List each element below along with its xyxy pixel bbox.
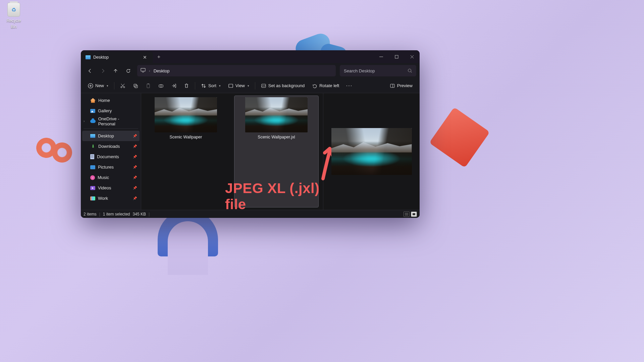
sort-icon <box>201 83 206 88</box>
sort-label: Sort <box>208 83 216 88</box>
svg-rect-1 <box>395 55 398 58</box>
sidebar-item-downloads[interactable]: ⬇Downloads📌 <box>82 141 140 152</box>
scissors-icon <box>120 83 125 88</box>
rotate-left-button[interactable]: Rotate left <box>309 80 342 91</box>
clipboard-icon <box>146 83 151 88</box>
file-item[interactable]: Scenic Wallpaper <box>144 96 228 207</box>
back-button[interactable] <box>84 65 96 76</box>
sidebar-item-onedrive[interactable]: ›OneDrive - Personal <box>82 116 140 126</box>
sidebar-item-music[interactable]: Music📌 <box>82 172 140 183</box>
preview-toggle[interactable]: Preview <box>387 80 416 91</box>
music-icon <box>90 175 95 180</box>
address-bar[interactable]: › Desktop <box>137 65 336 76</box>
tab-desktop[interactable]: Desktop ✕ <box>81 52 153 63</box>
share-icon <box>171 83 176 88</box>
more-button[interactable]: ··· <box>343 80 355 91</box>
sidebar-item-gallery[interactable]: Gallery <box>82 106 140 116</box>
sidebar-item-pictures[interactable]: Pictures📌 <box>82 162 140 172</box>
set-background-button[interactable]: Set as background <box>258 80 308 91</box>
sidebar-item-home[interactable]: Home <box>82 95 140 106</box>
svg-rect-15 <box>134 84 137 87</box>
breadcrumb-separator-icon: › <box>149 69 150 73</box>
tab-title: Desktop <box>93 55 139 60</box>
minimize-button[interactable] <box>373 50 389 63</box>
sidebar-label: Downloads <box>98 144 120 149</box>
new-button[interactable]: New▾ <box>85 80 111 91</box>
file-thumbnail <box>155 97 217 132</box>
maximize-button[interactable] <box>389 50 404 63</box>
gallery-icon <box>90 109 95 113</box>
svg-rect-23 <box>390 84 394 87</box>
close-button[interactable] <box>404 50 420 63</box>
pin-icon[interactable]: 📌 <box>133 165 137 169</box>
search-input[interactable]: Search Desktop <box>340 65 416 76</box>
desktop-icon <box>86 55 91 59</box>
sidebar-item-work[interactable]: Work📌 <box>82 193 140 203</box>
preview-label: Preview <box>397 83 413 88</box>
rename-icon <box>158 83 164 88</box>
folder-icon <box>90 196 95 200</box>
paste-button[interactable] <box>143 80 154 91</box>
videos-icon <box>90 186 95 190</box>
svg-rect-22 <box>262 84 266 87</box>
svg-point-6 <box>408 69 411 72</box>
view-button[interactable]: View▾ <box>225 80 252 91</box>
wallpaper-decoration <box>52 142 72 163</box>
sidebar-label: Work <box>98 196 108 201</box>
cut-button[interactable] <box>117 80 128 91</box>
svg-rect-4 <box>141 68 145 71</box>
sidebar-label: Home <box>98 98 110 103</box>
file-explorer-window: Desktop ✕ ＋ › Desktop Search Desktop New… <box>81 50 420 218</box>
new-label: New <box>95 83 104 88</box>
status-item-count: 2 items <box>84 212 97 217</box>
tab-close-button[interactable]: ✕ <box>142 55 148 60</box>
refresh-button[interactable] <box>122 65 134 76</box>
recycle-bin-icon <box>7 3 20 17</box>
titlebar: Desktop ✕ ＋ <box>81 50 420 63</box>
sidebar-item-desktop[interactable]: Desktop📌 <box>82 131 140 141</box>
sidebar-item-videos[interactable]: Videos📌 <box>82 183 140 193</box>
rename-button[interactable] <box>155 80 167 91</box>
status-size: 345 KB <box>133 212 146 217</box>
desktop-icon-recycle-bin[interactable]: Recycle Bin <box>3 3 24 29</box>
details-view-button[interactable] <box>404 212 410 217</box>
up-button[interactable] <box>110 65 121 76</box>
pictures-icon <box>90 165 95 169</box>
file-name: Scenic Wallpaper.jxl <box>258 135 295 139</box>
pin-icon[interactable]: 📌 <box>133 155 137 159</box>
wallpaper-decoration <box>429 107 490 168</box>
view-label: View <box>235 83 245 88</box>
command-bar: New▾ Sort▾ View▾ Set as background Rotat… <box>81 78 420 93</box>
home-icon <box>90 98 96 103</box>
pin-icon[interactable]: 📌 <box>133 144 137 148</box>
pin-icon[interactable]: 📌 <box>133 176 137 179</box>
file-list[interactable]: Scenic Wallpaper Scenic Wallpaper.jxl JP… <box>141 93 323 210</box>
chevron-right-icon[interactable]: › <box>84 119 85 123</box>
new-tab-button[interactable]: ＋ <box>153 50 164 63</box>
share-button[interactable] <box>168 80 179 91</box>
svg-rect-28 <box>413 213 415 215</box>
sort-button[interactable]: Sort▾ <box>198 80 224 91</box>
document-icon <box>90 154 94 159</box>
sidebar-label: Pictures <box>98 165 114 170</box>
pin-icon[interactable]: 📌 <box>133 186 137 190</box>
rotate-label: Rotate left <box>319 83 339 88</box>
cloud-icon <box>90 120 96 123</box>
delete-button[interactable] <box>181 80 192 91</box>
status-bar: 2 items | 1 item selected 345 KB | <box>81 210 420 218</box>
svg-rect-16 <box>135 85 138 88</box>
breadcrumb-location: Desktop <box>154 68 170 73</box>
svg-rect-18 <box>148 83 149 84</box>
pin-icon[interactable]: 📌 <box>133 196 137 200</box>
sidebar-label: Music <box>98 175 109 180</box>
svg-line-7 <box>411 72 412 73</box>
plus-circle-icon <box>88 83 93 88</box>
file-item-selected[interactable]: Scenic Wallpaper.jxl <box>234 96 318 207</box>
pin-icon[interactable]: 📌 <box>133 134 137 138</box>
forward-button[interactable] <box>97 65 108 76</box>
sidebar-item-documents[interactable]: Documents📌 <box>82 152 140 162</box>
preview-pane <box>323 93 420 210</box>
copy-button[interactable] <box>130 80 141 91</box>
thumbnails-view-button[interactable] <box>411 212 417 217</box>
sidebar-label: Documents <box>97 154 119 159</box>
